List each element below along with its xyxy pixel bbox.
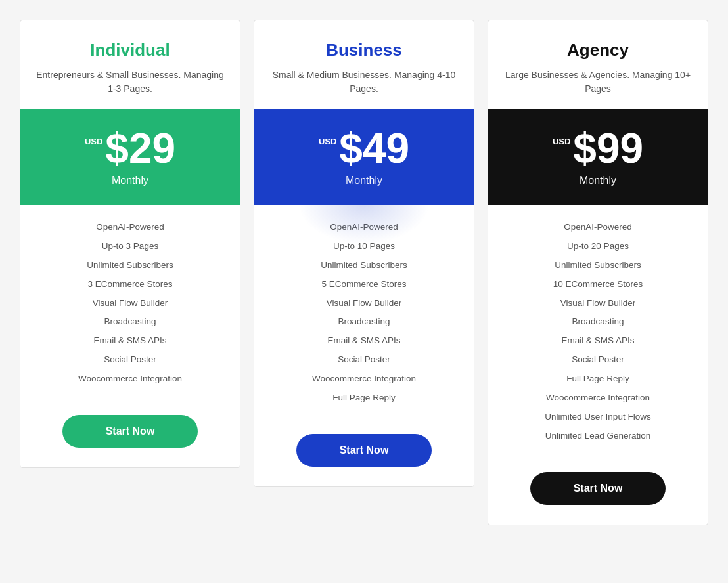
feature-item: Up-to 10 Pages xyxy=(261,237,467,256)
feature-item: Visual Flow Builder xyxy=(495,294,701,313)
pricing-card-agency: AgencyLarge Businesses & Agencies. Manag… xyxy=(488,20,708,525)
feature-item: OpenAI-Powered xyxy=(495,218,701,237)
individual-plan-name: Individual xyxy=(34,40,227,60)
feature-item: Social Poster xyxy=(495,351,701,370)
feature-item: Woocommerce Integration xyxy=(495,389,701,408)
individual-price: $29 xyxy=(105,127,175,169)
individual-features: OpenAI-PoweredUp-to 3 PagesUnlimited Sub… xyxy=(20,205,240,402)
business-header: BusinessSmall & Medium Businesses. Manag… xyxy=(254,20,474,109)
feature-item: Woocommerce Integration xyxy=(261,370,467,389)
business-price-block: USD$49Monthly xyxy=(254,109,474,205)
feature-item: 3 ECommerce Stores xyxy=(27,275,233,294)
feature-item: Unlimited Subscribers xyxy=(261,256,467,275)
individual-price-block: USD$29Monthly xyxy=(20,109,240,205)
feature-item: Broadcasting xyxy=(495,313,701,332)
feature-item: Unlimited Subscribers xyxy=(27,256,233,275)
agency-price-block: USD$99Monthly xyxy=(488,109,708,205)
feature-item: Full Page Reply xyxy=(495,370,701,389)
business-billing: Monthly xyxy=(267,175,461,186)
feature-item: Broadcasting xyxy=(261,313,467,332)
feature-item: Unlimited Subscribers xyxy=(495,256,701,275)
business-start-button[interactable]: Start Now xyxy=(296,434,432,467)
feature-item: Visual Flow Builder xyxy=(261,294,467,313)
business-currency: USD xyxy=(319,137,336,146)
feature-item: Woocommerce Integration xyxy=(27,370,233,389)
feature-item: 10 ECommerce Stores xyxy=(495,275,701,294)
feature-item: Up-to 3 Pages xyxy=(27,237,233,256)
business-price: $49 xyxy=(339,127,409,169)
agency-billing: Monthly xyxy=(501,175,694,186)
individual-header: IndividualEntrepreneurs & Small Business… xyxy=(20,20,240,109)
pricing-section: IndividualEntrepreneurs & Small Business… xyxy=(13,13,715,532)
feature-item: Email & SMS APIs xyxy=(495,332,701,351)
individual-start-button[interactable]: Start Now xyxy=(62,415,198,448)
feature-item: Visual Flow Builder xyxy=(27,294,233,313)
feature-item: Broadcasting xyxy=(27,313,233,332)
feature-item: Social Poster xyxy=(27,351,233,370)
agency-features: OpenAI-PoweredUp-to 20 PagesUnlimited Su… xyxy=(488,205,708,459)
feature-item: Unlimited User Input Flows xyxy=(495,408,701,427)
business-plan-desc: Small & Medium Businesses. Managing 4-10… xyxy=(267,68,461,96)
agency-header: AgencyLarge Businesses & Agencies. Manag… xyxy=(488,20,708,109)
business-features: OpenAI-PoweredUp-to 10 PagesUnlimited Su… xyxy=(254,205,474,421)
feature-item: Full Page Reply xyxy=(261,389,467,408)
feature-item: Up-to 20 Pages xyxy=(495,237,701,256)
feature-item: Email & SMS APIs xyxy=(261,332,467,351)
individual-billing: Monthly xyxy=(34,175,227,186)
feature-item: OpenAI-Powered xyxy=(27,218,233,237)
agency-start-button[interactable]: Start Now xyxy=(530,472,666,505)
feature-item: Email & SMS APIs xyxy=(27,332,233,351)
feature-item: Social Poster xyxy=(261,351,467,370)
agency-plan-name: Agency xyxy=(501,40,694,60)
individual-plan-desc: Entrepreneurs & Small Businesses. Managi… xyxy=(34,68,227,96)
agency-price: $99 xyxy=(573,127,643,169)
feature-item: 5 ECommerce Stores xyxy=(261,275,467,294)
agency-plan-desc: Large Businesses & Agencies. Managing 10… xyxy=(501,68,694,96)
individual-currency: USD xyxy=(85,137,102,146)
pricing-card-business: BusinessSmall & Medium Businesses. Manag… xyxy=(254,20,474,487)
business-plan-name: Business xyxy=(267,40,461,60)
agency-currency: USD xyxy=(553,137,570,146)
feature-item: Unlimited Lead Generation xyxy=(495,427,701,446)
pricing-card-individual: IndividualEntrepreneurs & Small Business… xyxy=(20,20,240,468)
feature-item: OpenAI-Powered xyxy=(261,218,467,237)
